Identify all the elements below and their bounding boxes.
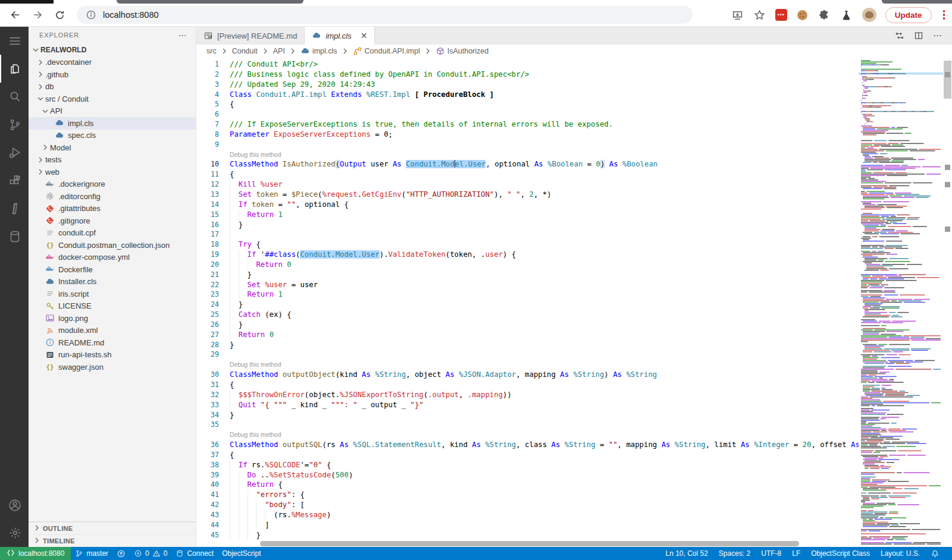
line-number[interactable]: 19 — [196, 250, 219, 260]
url-bar[interactable]: localhost:8080 — [77, 6, 693, 24]
explorer-actions-icon[interactable]: ⋯ — [178, 30, 187, 40]
compile-icon[interactable] — [895, 31, 904, 40]
breadcrumb-impl.cls[interactable]: impl.cls — [300, 46, 338, 56]
line-number[interactable]: 43 — [196, 510, 219, 520]
line-number[interactable]: 24 — [196, 300, 219, 310]
line-number[interactable]: 32 — [196, 390, 219, 400]
code-line-8[interactable]: 8Parameter ExposeServerExceptions = 0; — [196, 130, 859, 140]
line-number[interactable]: 10 — [196, 159, 219, 169]
code-line-35[interactable]: 35 — [196, 420, 859, 430]
code-line-28[interactable]: 28} — [196, 340, 859, 350]
tree-item-conduit.postman-collection.json[interactable]: {}Conduit.postman_collection.json — [29, 239, 196, 251]
minimap[interactable] — [859, 58, 943, 547]
code-line-36[interactable]: 36ClassMethod outputSQL(rs As %SQL.State… — [196, 440, 859, 450]
activity-objectscript-view-icon[interactable] — [0, 194, 29, 222]
tree-item-tests[interactable]: tests — [29, 154, 196, 166]
code-line-31[interactable]: 31{ — [196, 380, 859, 390]
tree-item-installer.cls[interactable]: Installer.cls — [29, 276, 196, 288]
site-info-icon[interactable] — [84, 8, 98, 21]
line-number[interactable]: 27 — [196, 330, 219, 340]
horizontal-scrollbar[interactable] — [260, 541, 799, 546]
code-line-24[interactable]: 24} — [196, 300, 859, 310]
status-master[interactable]: master — [71, 547, 112, 560]
code-line-39[interactable]: 39Do ..%SetStatusCode(500) — [196, 470, 859, 480]
code-line-12[interactable]: 12Kill %user — [196, 180, 859, 190]
tree-item-license[interactable]: LICENSE — [29, 300, 196, 313]
tree-item-logo.png[interactable]: logo.png — [29, 312, 196, 325]
status-utf-8[interactable]: UTF-8 — [756, 547, 787, 560]
outline-section[interactable]: OUTLINE — [29, 522, 196, 534]
codelens-debug-this-method[interactable]: Debug this method — [196, 150, 859, 160]
tree-item-spec.cls[interactable]: spec.cls — [29, 130, 196, 142]
code-editor[interactable]: 1/// Conduit API<br/>2/// Business logic… — [196, 58, 952, 547]
breadcrumb-isauthorized[interactable]: IsAuthorized — [435, 46, 489, 56]
tree-item-docker-compose.yml[interactable]: docker-compose.yml — [29, 251, 196, 264]
line-number[interactable]: 22 — [196, 280, 219, 290]
line-number[interactable]: 13 — [196, 190, 219, 200]
close-icon[interactable]: ✕ — [361, 31, 368, 40]
activity-run-debug-view-icon[interactable] — [0, 139, 29, 166]
line-number[interactable]: 41 — [196, 490, 219, 500]
line-number[interactable]: 34 — [196, 410, 219, 420]
code-line-2[interactable]: 2/// Business logic class defined by Ope… — [196, 70, 859, 80]
line-number[interactable]: 28 — [196, 340, 219, 350]
tree-item-web[interactable]: web — [29, 166, 196, 178]
activity-account-icon[interactable] — [0, 491, 29, 519]
more-actions-icon[interactable]: ⋯ — [933, 30, 942, 41]
codelens-debug-this-method[interactable]: Debug this method — [196, 360, 859, 370]
line-number[interactable]: 21 — [196, 270, 219, 280]
line-number[interactable]: 30 — [196, 370, 219, 380]
forward-icon[interactable] — [31, 8, 44, 21]
line-number[interactable]: 42 — [196, 500, 219, 510]
code-line-9[interactable]: 9 — [196, 140, 859, 150]
line-number[interactable]: 5 — [196, 99, 219, 109]
browser-menu-icon[interactable] — [941, 10, 948, 20]
code-line-25[interactable]: 25Catch (ex) { — [196, 310, 859, 320]
line-number[interactable]: 18 — [196, 240, 219, 250]
profile-avatar[interactable] — [862, 8, 876, 22]
line-number[interactable]: 35 — [196, 420, 219, 430]
activity-settings-icon[interactable] — [0, 519, 29, 547]
code-line-3[interactable]: 3/// Updated Sep 29, 2020 14:29:43 — [196, 80, 859, 90]
code-line-33[interactable]: 33Quit "{ """ _ kind _ """: " _ output _… — [196, 400, 859, 410]
line-number[interactable]: 12 — [196, 180, 219, 190]
line-number[interactable]: 45 — [196, 530, 219, 540]
line-number[interactable]: 23 — [196, 290, 219, 300]
update-button[interactable]: Update — [885, 7, 932, 23]
code-line-34[interactable]: 34} — [196, 410, 859, 420]
line-number[interactable]: 36 — [196, 440, 219, 450]
code-line-5[interactable]: 5{ — [196, 99, 859, 109]
line-number[interactable]: 44 — [196, 520, 219, 530]
code-line-16[interactable]: 16} — [196, 220, 859, 230]
status-connect[interactable]: Connect — [171, 547, 218, 560]
code-line-19[interactable]: 19If '##class(Conduit.Model.User).Valida… — [196, 250, 859, 260]
code-line-13[interactable]: 13Set token = $Piece(%request.GetCgiEnv(… — [196, 190, 859, 200]
flask-icon[interactable] — [840, 8, 853, 21]
line-number[interactable]: 14 — [196, 200, 219, 210]
vertical-scrollbar[interactable] — [943, 58, 952, 547]
line-number[interactable]: 37 — [196, 450, 219, 460]
status-lf[interactable]: LF — [787, 547, 806, 560]
activity-search-view-icon[interactable] — [0, 83, 29, 111]
code-line-10[interactable]: 10ClassMethod IsAuthorized(Output user A… — [196, 159, 859, 169]
reload-icon[interactable] — [53, 8, 66, 21]
code-line-32[interactable]: 32$$$ThrowOnError(object.%JSONExportToSt… — [196, 390, 859, 400]
activity-extensions-view-icon[interactable] — [0, 166, 29, 194]
tree-item-module.xml[interactable]: module.xml — [29, 325, 196, 337]
code-line-22[interactable]: 22Set %user = user — [196, 280, 859, 290]
puzzle-icon[interactable] — [818, 8, 831, 21]
breadcrumb-api[interactable]: API — [273, 47, 286, 55]
line-number[interactable]: 8 — [196, 130, 219, 140]
status-bell[interactable] — [925, 547, 945, 560]
code-line-45[interactable]: 45} — [196, 530, 859, 540]
line-number[interactable]: 20 — [196, 260, 219, 270]
code-line-11[interactable]: 11{ — [196, 169, 859, 180]
activity-menu-icon[interactable] — [0, 27, 29, 55]
tree-item-.gitattributes[interactable]: .gitattributes — [29, 203, 196, 215]
line-number[interactable]: 25 — [196, 310, 219, 320]
tree-item-iris.script[interactable]: iris.script — [29, 288, 196, 300]
tree-item-run-api-tests.sh[interactable]: run-api-tests.sh — [29, 349, 196, 361]
code-line-29[interactable]: 29 — [196, 350, 859, 360]
line-number[interactable]: 26 — [196, 320, 219, 330]
code-line-17[interactable]: 17 — [196, 229, 859, 240]
